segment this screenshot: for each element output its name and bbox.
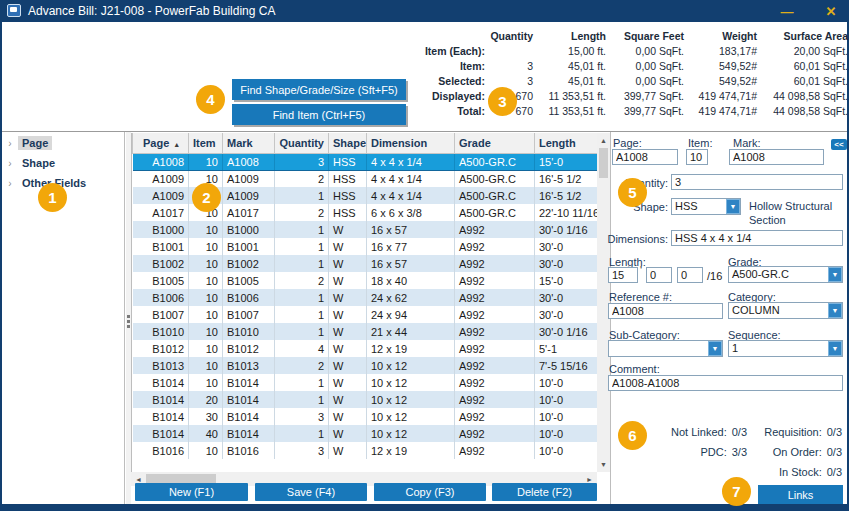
column-header-shape[interactable]: Shape xyxy=(329,133,367,153)
column-header-item[interactable]: Item xyxy=(189,133,223,153)
scroll-up-icon[interactable]: ▲ xyxy=(597,134,610,147)
cell-mark[interactable]: B1012 xyxy=(223,340,275,357)
cell-mark[interactable]: B1014 xyxy=(223,408,275,425)
cell-item[interactable]: 10 xyxy=(189,323,223,340)
cell-length[interactable]: 10'-0 xyxy=(535,442,599,459)
cell-shape[interactable]: W xyxy=(329,221,367,238)
cell-mark[interactable]: B1001 xyxy=(223,238,275,255)
cell-shape[interactable]: W xyxy=(329,272,367,289)
cell-dimension[interactable]: 10 x 12 xyxy=(367,408,455,425)
cell-length[interactable]: 30'-0 xyxy=(535,289,599,306)
cell-dimension[interactable]: 6 x 6 x 3/8 xyxy=(367,204,455,221)
cell-grade[interactable]: A500-GR.C xyxy=(455,187,535,204)
table-row[interactable]: B1014 40 B1014 1 W 10 x 12 A992 10'-0 xyxy=(133,425,599,442)
table-row[interactable]: B1007 10 B1007 1 W 24 x 94 A992 30'-0 xyxy=(133,306,599,323)
cell-shape[interactable]: W xyxy=(329,357,367,374)
chevron-right-icon[interactable]: › xyxy=(2,158,18,169)
sidebar-tree-item[interactable]: › Page xyxy=(2,134,124,152)
cell-shape[interactable]: W xyxy=(329,425,367,442)
table-row[interactable]: B1001 10 B1001 1 W 16 x 77 A992 30'-0 xyxy=(133,238,599,255)
table-row[interactable]: B1013 10 B1013 2 W 10 x 12 A992 7'-5 15/… xyxy=(133,357,599,374)
scroll-down-icon[interactable]: ▼ xyxy=(597,458,610,471)
cell-shape[interactable]: W xyxy=(329,255,367,272)
cell-length[interactable]: 5'-1 xyxy=(535,340,599,357)
cell-page[interactable]: A1009 xyxy=(133,187,189,204)
cell-shape[interactable]: W xyxy=(329,238,367,255)
quantity-field[interactable] xyxy=(671,174,843,190)
cell-mark[interactable]: B1002 xyxy=(223,255,275,272)
cell-page[interactable]: A1008 xyxy=(133,153,189,170)
cell-page[interactable]: B1016 xyxy=(133,442,189,459)
cell-quantity[interactable]: 1 xyxy=(275,187,329,204)
cell-page[interactable]: A1017 xyxy=(133,204,189,221)
cell-shape[interactable]: W xyxy=(329,442,367,459)
cell-shape[interactable]: HSS xyxy=(329,153,367,170)
cell-page[interactable]: B1012 xyxy=(133,340,189,357)
find-shape-grade-size-button[interactable]: Find Shape/Grade/Size (Sft+F5) xyxy=(232,79,406,100)
cell-quantity[interactable]: 1 xyxy=(275,221,329,238)
cell-grade[interactable]: A992 xyxy=(455,408,535,425)
cell-length[interactable]: 30'-0 1/16 xyxy=(535,323,599,340)
cell-grade[interactable]: A500-GR.C xyxy=(455,153,535,170)
cell-item[interactable]: 10 xyxy=(189,442,223,459)
cell-dimension[interactable]: 12 x 19 xyxy=(367,340,455,357)
cell-item[interactable]: 10 xyxy=(189,357,223,374)
cell-mark[interactable]: B1006 xyxy=(223,289,275,306)
table-row[interactable]: B1014 10 B1014 1 W 10 x 12 A992 10'-0 xyxy=(133,374,599,391)
cell-length[interactable]: 30'-0 xyxy=(535,255,599,272)
cell-length[interactable]: 30'-0 xyxy=(535,306,599,323)
cell-dimension[interactable]: 18 x 40 xyxy=(367,272,455,289)
cell-mark[interactable]: B1016 xyxy=(223,442,275,459)
cell-dimension[interactable]: 16 x 57 xyxy=(367,221,455,238)
cell-shape[interactable]: HSS xyxy=(329,204,367,221)
dimensions-field[interactable] xyxy=(671,230,843,246)
table-row[interactable]: B1014 20 B1014 1 W 10 x 12 A992 10'-0 xyxy=(133,391,599,408)
minimize-icon[interactable]: — xyxy=(772,0,802,22)
cell-grade[interactable]: A500-GR.C xyxy=(455,204,535,221)
comment-field[interactable] xyxy=(608,375,843,391)
cell-dimension[interactable]: 24 x 94 xyxy=(367,306,455,323)
cell-item[interactable]: 10 xyxy=(189,272,223,289)
category-select[interactable]: COLUMN ▼ xyxy=(728,302,843,319)
cell-length[interactable]: 10'-0 xyxy=(535,408,599,425)
shape-select[interactable]: HSS ▼ xyxy=(671,198,741,215)
cell-mark[interactable]: B1000 xyxy=(223,221,275,238)
cell-grade[interactable]: A992 xyxy=(455,425,535,442)
cell-mark[interactable]: A1008 xyxy=(223,153,275,170)
cell-item[interactable]: 10 xyxy=(189,374,223,391)
cell-mark[interactable]: B1013 xyxy=(223,357,275,374)
cell-page[interactable]: B1013 xyxy=(133,357,189,374)
table-row[interactable]: B1000 10 B1000 1 W 16 x 57 A992 30'-0 1/… xyxy=(133,221,599,238)
subcategory-select[interactable]: ▼ xyxy=(608,340,723,357)
cell-dimension[interactable]: 10 x 12 xyxy=(367,357,455,374)
find-item-button[interactable]: Find Item (Ctrl+F5) xyxy=(232,104,406,125)
table-row[interactable]: B1002 10 B1002 1 W 16 x 57 A992 30'-0 xyxy=(133,255,599,272)
cell-mark[interactable]: A1009 xyxy=(223,170,275,187)
cell-shape[interactable]: W xyxy=(329,374,367,391)
cell-dimension[interactable]: 4 x 4 x 1/4 xyxy=(367,170,455,187)
cell-mark[interactable]: B1005 xyxy=(223,272,275,289)
table-row[interactable]: B1016 10 B1016 3 W 12 x 19 A992 10'-0 xyxy=(133,442,599,459)
column-header-length[interactable]: Length xyxy=(535,133,599,153)
cell-grade[interactable]: A992 xyxy=(455,391,535,408)
cell-page[interactable]: B1005 xyxy=(133,272,189,289)
cell-mark[interactable]: B1014 xyxy=(223,374,275,391)
cell-grade[interactable]: A992 xyxy=(455,255,535,272)
cell-page[interactable]: B1001 xyxy=(133,238,189,255)
collapse-panel-button[interactable]: << xyxy=(831,139,847,150)
cell-grade[interactable]: A992 xyxy=(455,272,535,289)
cell-grade[interactable]: A992 xyxy=(455,442,535,459)
new-button[interactable]: New (F1) xyxy=(135,483,248,501)
cell-mark[interactable]: A1017 xyxy=(223,204,275,221)
cell-page[interactable]: B1006 xyxy=(133,289,189,306)
cell-quantity[interactable]: 1 xyxy=(275,289,329,306)
cell-mark[interactable]: A1009 xyxy=(223,187,275,204)
length-feet-field[interactable] xyxy=(608,267,638,283)
cell-quantity[interactable]: 1 xyxy=(275,238,329,255)
copy-button[interactable]: Copy (F3) xyxy=(374,483,486,501)
cell-grade[interactable]: A992 xyxy=(455,357,535,374)
cell-dimension[interactable]: 16 x 57 xyxy=(367,255,455,272)
cell-quantity[interactable]: 1 xyxy=(275,306,329,323)
cell-item[interactable]: 10 xyxy=(189,289,223,306)
cell-shape[interactable]: W xyxy=(329,391,367,408)
